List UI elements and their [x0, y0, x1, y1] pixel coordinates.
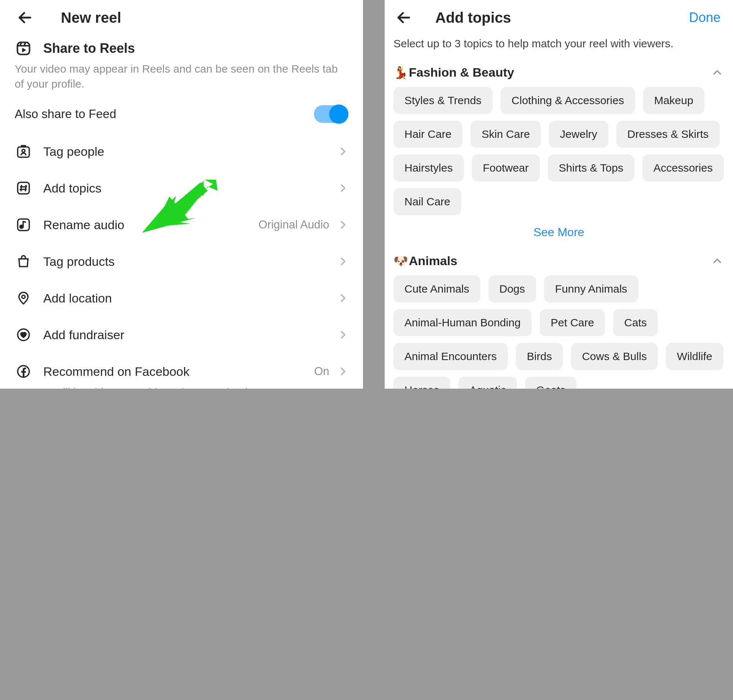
topic-chip[interactable]: Makeup [643, 87, 704, 114]
topic-chip[interactable]: Pet Care [540, 309, 605, 336]
back-icon[interactable] [15, 7, 35, 28]
svg-line-10 [25, 185, 26, 191]
topic-chip[interactable]: Animal-Human Bonding [393, 309, 532, 336]
reels-icon [15, 40, 32, 57]
topic-chip[interactable]: Cows & Bulls [571, 343, 658, 370]
topic-chip[interactable]: Aquatic [458, 376, 517, 389]
svg-point-7 [22, 149, 25, 152]
add-fundraiser-label: Add fundraiser [43, 328, 337, 342]
add-location-row[interactable]: Add location [0, 280, 363, 316]
chevron-right-icon [337, 366, 348, 377]
rename-audio-label: Rename audio [43, 218, 259, 232]
page-title: Add topics [435, 10, 689, 26]
chevron-right-icon [337, 146, 348, 157]
category-title: Animals [409, 254, 712, 268]
category-header[interactable]: 💃 Fashion & Beauty [385, 60, 733, 85]
recommend-facebook-row[interactable]: Recommend on Facebook On [0, 353, 363, 389]
chevron-right-icon [337, 329, 348, 340]
topic-chip[interactable]: Skin Care [471, 121, 541, 148]
category-emoji-icon: 💃 [393, 66, 409, 79]
chevron-right-icon [337, 293, 348, 304]
category-title: Fashion & Beauty [409, 65, 712, 79]
feed-toggle[interactable] [314, 105, 348, 123]
topic-chip[interactable]: Hair Care [393, 121, 462, 148]
topic-chip[interactable]: Styles & Trends [393, 87, 492, 114]
category-emoji-icon: 🐶 [393, 254, 409, 268]
header: New reel [0, 0, 363, 35]
also-share-to-feed-row: Also share to Feed [15, 99, 348, 133]
rename-audio-value: Original Audio [259, 218, 329, 231]
back-icon[interactable] [393, 7, 414, 28]
topic-chip[interactable]: Goats [525, 376, 576, 389]
categories-list: 💃 Fashion & Beauty Styles & TrendsClothi… [385, 60, 733, 389]
new-reel-screen: New reel Share to Reels Your video may a… [0, 0, 363, 389]
audio-icon [15, 216, 32, 234]
topic-chip[interactable]: Funny Animals [544, 275, 639, 303]
svg-line-9 [21, 185, 22, 191]
add-topics-screen: Add topics Done Select up to 3 topics to… [385, 0, 733, 389]
category-header[interactable]: 🐶 Animals [385, 249, 733, 273]
topic-chip[interactable]: Nail Care [393, 188, 461, 215]
header: Add topics Done [385, 0, 733, 35]
topic-chip[interactable]: Clothing & Accessories [500, 87, 635, 114]
svg-rect-8 [18, 182, 29, 194]
instructions-text: Select up to 3 topics to help match your… [385, 35, 733, 60]
hashtag-icon [15, 179, 32, 197]
topic-chip[interactable]: Animal Encounters [393, 343, 508, 370]
share-to-reels-section: Share to Reels Your video may appear in … [0, 35, 363, 133]
topic-chip[interactable]: Cats [613, 309, 658, 336]
chevron-right-icon [337, 256, 348, 267]
done-button[interactable]: Done [689, 10, 721, 25]
topic-chip[interactable]: Hairstyles [393, 154, 464, 181]
facebook-icon [15, 363, 32, 380]
rename-audio-row[interactable]: Rename audio Original Audio [0, 206, 363, 243]
tag-products-label: Tag products [43, 254, 337, 269]
recommend-facebook-label: Recommend on Facebook [43, 365, 314, 379]
topic-chip[interactable]: Footwear [472, 154, 540, 181]
recommend-facebook-value: On [314, 365, 329, 378]
topic-chip[interactable]: Cute Animals [393, 275, 480, 303]
person-tag-icon [15, 143, 32, 160]
chevron-right-icon [337, 182, 348, 194]
topic-chip[interactable]: Horses [393, 376, 450, 389]
add-topics-row[interactable]: Add topics [0, 170, 363, 206]
topic-chip[interactable]: Shirts & Tops [548, 154, 634, 181]
location-pin-icon [15, 289, 32, 307]
svg-point-15 [22, 295, 25, 299]
svg-rect-1 [18, 43, 30, 54]
topic-chip[interactable]: Wildlife [666, 343, 723, 370]
see-more-link[interactable]: See More [385, 218, 733, 249]
add-fundraiser-row[interactable]: Add fundraiser [0, 316, 363, 353]
topic-chip[interactable]: Accessories [642, 154, 724, 181]
also-share-to-feed-label: Also share to Feed [15, 107, 116, 121]
share-to-reels-subtext: Your video may appear in Reels and can b… [15, 62, 348, 99]
chevron-right-icon [337, 219, 348, 230]
heart-circle-icon [15, 326, 32, 344]
svg-marker-5 [22, 48, 26, 53]
topic-chip[interactable]: Dogs [489, 275, 536, 303]
add-topics-label: Add topics [43, 181, 337, 196]
tag-people-row[interactable]: Tag people [0, 133, 363, 170]
chevron-up-icon [712, 67, 723, 78]
chevron-up-icon [712, 256, 723, 266]
topic-chip[interactable]: Birds [516, 343, 563, 370]
share-to-reels-title: Share to Reels [43, 41, 135, 56]
page-title: New reel [61, 10, 121, 26]
tag-people-label: Tag people [43, 144, 337, 159]
topic-chip[interactable]: Dresses & Skirts [617, 121, 720, 148]
topic-chip[interactable]: Jewelry [549, 121, 608, 148]
add-location-label: Add location [43, 291, 337, 306]
tag-products-row[interactable]: Tag products [0, 243, 363, 280]
chip-group: Cute AnimalsDogsFunny AnimalsAnimal-Huma… [385, 273, 733, 389]
chip-group: Styles & TrendsClothing & AccessoriesMak… [385, 85, 733, 218]
shopping-bag-icon [15, 253, 32, 270]
